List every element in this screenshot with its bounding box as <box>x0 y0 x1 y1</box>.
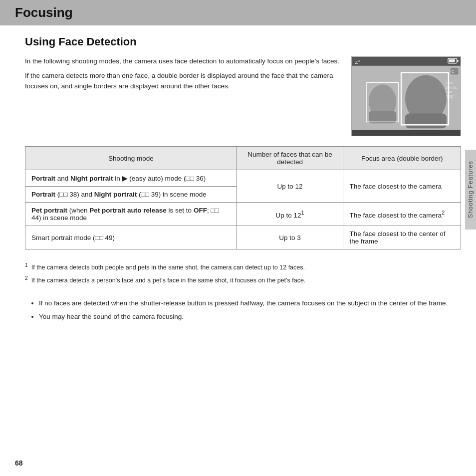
camera-viewfinder: Z z C 1080 29m 0s 16m [376] <box>351 56 461 136</box>
page-title: Focusing <box>15 5 73 20</box>
svg-rect-4 <box>457 60 459 62</box>
svg-rect-19 <box>352 130 460 136</box>
svg-rect-14 <box>405 114 447 129</box>
svg-text:Z: Z <box>355 59 358 65</box>
footnote-2: 2 If the camera detects a person’s face … <box>25 274 461 285</box>
svg-rect-1 <box>352 57 460 66</box>
table-row: Pet portrait (when Pet portrait auto rel… <box>25 203 461 226</box>
footnote-1: 1 If the camera detects both people and … <box>25 261 461 272</box>
intro-area: In the following shooting modes, the cam… <box>25 56 461 136</box>
table-cell-count-1: Up to 12 <box>237 170 343 203</box>
table-cell-mode-4: Smart portrait mode (□□ 49) <box>25 226 237 249</box>
detection-table: Shooting mode Number of faces that can b… <box>25 146 461 249</box>
table-cell-count-3: Up to 3 <box>237 226 343 249</box>
svg-text:[376]: [376] <box>446 95 453 99</box>
svg-text:z: z <box>358 59 360 62</box>
table-cell-count-2: Up to 121 <box>237 203 343 226</box>
bullets-section: If no faces are detected when the shutte… <box>25 298 461 325</box>
intro-paragraph-1: In the following shooting modes, the cam… <box>25 56 339 67</box>
bullet-item-2: You may hear the sound of the camera foc… <box>39 312 461 322</box>
table-header-focus: Focus area (double border) <box>343 147 461 170</box>
page-header: Focusing <box>0 0 476 25</box>
bullet-item-1: If no faces are detected when the shutte… <box>39 298 461 309</box>
sidebar-label: Shooting Features <box>465 150 476 230</box>
intro-paragraph-2: If the camera detects more than one face… <box>25 71 339 92</box>
svg-text:1080: 1080 <box>446 81 454 85</box>
footnotes: 1 If the camera detects both people and … <box>25 261 461 287</box>
page-number: 68 <box>15 459 23 467</box>
table-header-count: Number of faces that can be detected <box>237 147 343 170</box>
svg-rect-3 <box>449 59 455 62</box>
svg-text:C: C <box>452 69 455 74</box>
table-cell-mode-3: Pet portrait (when Pet portrait auto rel… <box>25 203 237 226</box>
table-cell-mode-2: Portrait (□□ 38) and Night portrait (□□ … <box>25 187 237 203</box>
sidebar-label-text: Shooting Features <box>467 161 474 218</box>
table-cell-mode: Portrait and Night portrait in ▶ (easy a… <box>25 170 237 187</box>
table-row: Smart portrait mode (□□ 49) Up to 3 The … <box>25 226 461 249</box>
svg-text:29m 0s: 29m 0s <box>446 86 457 89</box>
intro-text: In the following shooting modes, the cam… <box>25 56 339 96</box>
table-cell-focus-3: The face closest to the center of the fr… <box>343 226 461 249</box>
main-content: Using Face Detection In the following sh… <box>0 25 476 335</box>
viewfinder-svg: Z z C 1080 29m 0s 16m [376] <box>352 57 461 136</box>
table-cell-focus-1: The face closest to the camera <box>343 170 461 203</box>
table-cell-focus-2: The face closest to the camera2 <box>343 203 461 226</box>
table-row: Portrait and Night portrait in ▶ (easy a… <box>25 170 461 187</box>
table-header-mode: Shooting mode <box>25 147 237 170</box>
section-title: Using Face Detection <box>25 35 461 48</box>
